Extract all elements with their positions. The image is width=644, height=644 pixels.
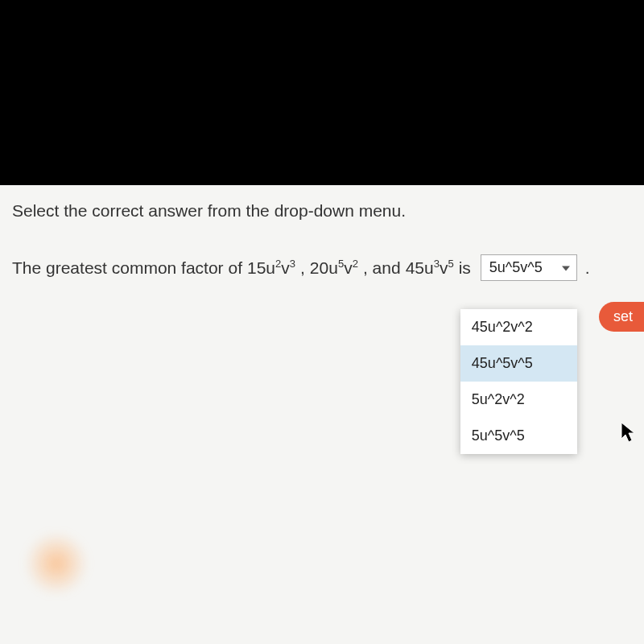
content-area: Select the correct answer from the drop-…	[0, 185, 644, 644]
term-2-exp2: 2	[353, 258, 358, 270]
term-2-var1: u	[328, 258, 338, 278]
term-3-var1: u	[424, 258, 434, 278]
term-1-coef: 15	[247, 258, 266, 278]
term-1-var1: u	[266, 258, 275, 278]
term-3: 45 u 3 v 5	[406, 258, 454, 278]
term-1-exp1: 2	[275, 258, 281, 270]
term-3-exp1: 3	[434, 258, 440, 270]
cursor-icon	[620, 421, 638, 451]
question-prefix: The greatest common factor of	[12, 258, 242, 278]
glow-artifact	[24, 531, 89, 596]
term-2-coef: 20	[310, 258, 328, 278]
question-suffix: is	[459, 258, 471, 278]
separator-2: , and	[363, 258, 401, 278]
dropdown-option-2[interactable]: 5u^2v^2	[460, 382, 577, 418]
question-line: The greatest common factor of 15 u 2 v 3…	[12, 254, 632, 281]
instruction-text: Select the correct answer from the drop-…	[12, 201, 632, 221]
dropdown-list: 45u^2v^2 45u^5v^5 5u^2v^2 5u^5v^5	[460, 309, 577, 454]
term-2: 20 u 5 v 2	[310, 258, 358, 278]
term-2-exp1: 5	[338, 258, 344, 270]
term-1: 15 u 2 v 3	[247, 258, 295, 278]
term-3-exp2: 5	[448, 258, 453, 270]
term-2-var2: v	[344, 258, 353, 278]
dropdown-wrap: 5u^5v^5 45u^2v^2 45u^5v^5 5u^2v^2 5u^5v^…	[481, 254, 577, 281]
dropdown-option-1[interactable]: 45u^5v^5	[460, 345, 577, 382]
dropdown-option-3[interactable]: 5u^5v^5	[460, 418, 577, 454]
term-1-exp2: 3	[290, 258, 295, 270]
term-3-coef: 45	[406, 258, 424, 278]
dropdown-option-0[interactable]: 45u^2v^2	[460, 309, 577, 345]
dropdown-selected-value: 5u^5v^5	[489, 259, 543, 275]
answer-dropdown[interactable]: 5u^5v^5	[481, 254, 577, 281]
term-1-var2: v	[281, 258, 290, 278]
separator-1: ,	[300, 258, 305, 278]
term-3-var2: v	[440, 258, 448, 278]
period: .	[585, 258, 590, 278]
set-button[interactable]: set	[599, 302, 644, 332]
